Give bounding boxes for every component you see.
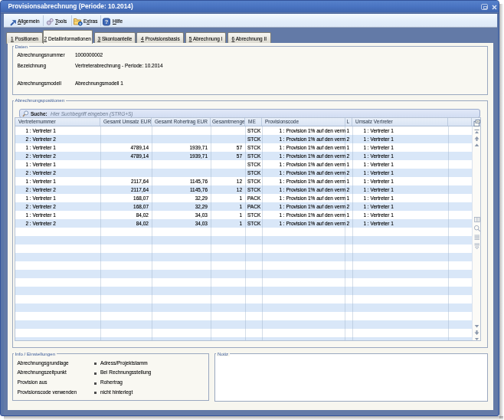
svg-text:?: ?	[105, 18, 109, 25]
